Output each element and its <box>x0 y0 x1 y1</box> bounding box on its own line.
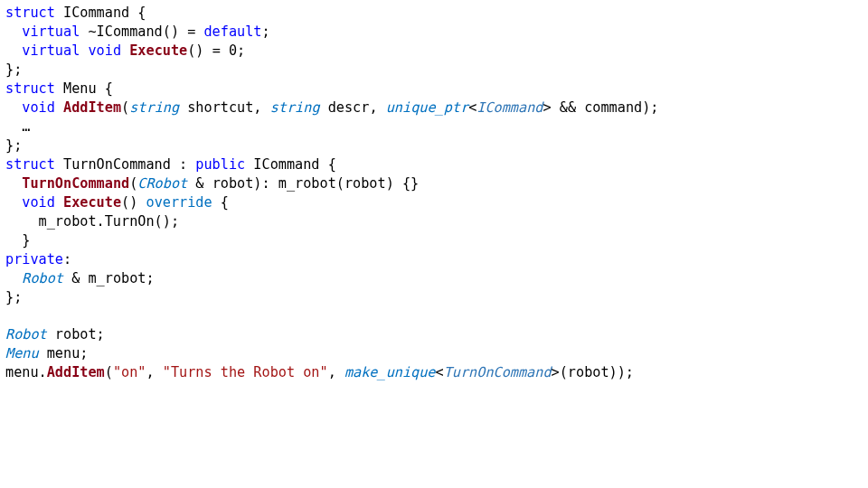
blank-line <box>5 308 14 324</box>
text: menu; <box>39 345 89 361</box>
line: Robot robot; <box>5 326 105 343</box>
fn-make-unique: make_unique <box>344 364 436 380</box>
type-robot: Robot <box>5 326 47 343</box>
line: Robot & m_robot; <box>5 270 155 286</box>
code-listing: struct ICommand { virtual ~ICommand() = … <box>0 0 868 386</box>
line: } <box>5 232 30 249</box>
text: ICommand { <box>245 156 336 173</box>
text: ( <box>129 175 137 192</box>
text: (robot)); <box>560 364 634 380</box>
text: < <box>436 364 444 380</box>
type-string: string <box>129 99 179 116</box>
line: }; <box>5 61 22 78</box>
text: > <box>552 364 560 380</box>
text: < <box>468 99 476 116</box>
keyword-virtual: virtual <box>22 23 80 40</box>
fn-additem: AddItem <box>63 99 121 116</box>
text: & robot): m_robot(robot) {} <box>187 175 419 192</box>
keyword-struct: struct <box>5 156 55 173</box>
line: virtual ~ICommand() = default; <box>5 23 270 40</box>
keyword-default: default <box>203 23 261 40</box>
line: menu.AddItem("on", "Turns the Robot on",… <box>5 364 634 380</box>
line: … <box>5 118 30 135</box>
fn-additem: AddItem <box>47 364 105 380</box>
text <box>55 99 63 116</box>
keyword-private: private <box>5 251 63 267</box>
indent <box>5 42 22 59</box>
type-crobot: CRobot <box>137 175 187 192</box>
fn-execute: Execute <box>63 194 121 211</box>
indent <box>5 270 22 286</box>
indent <box>5 23 22 40</box>
indent <box>5 99 22 116</box>
fn-execute: Execute <box>129 42 187 59</box>
keyword-void: void <box>22 99 55 116</box>
type-string: string <box>270 99 320 116</box>
indent <box>5 213 39 230</box>
template-arg: TurnOnCommand <box>444 364 552 380</box>
line: void Execute() override { <box>5 194 229 211</box>
text: ( <box>121 99 129 116</box>
text <box>121 42 129 59</box>
text: shortcut, <box>179 99 270 116</box>
keyword-public: public <box>195 156 245 173</box>
keyword-void: void <box>88 42 121 59</box>
line: m_robot.TurnOn(); <box>5 213 179 230</box>
line: Menu menu; <box>5 345 88 361</box>
keyword-struct: struct <box>5 5 55 21</box>
string: "Turns the Robot on" <box>163 364 328 380</box>
text <box>55 194 63 211</box>
text: ICommand { <box>55 5 146 21</box>
keyword-override: override <box>146 194 212 211</box>
string: "on" <box>113 364 146 380</box>
text: menu. <box>5 364 47 380</box>
text: Menu { <box>55 80 113 97</box>
template-arg: ICommand <box>476 99 542 116</box>
type-menu: Menu <box>5 345 39 361</box>
line: private: <box>5 251 71 267</box>
type-unique-ptr: unique_ptr <box>386 99 468 116</box>
text: TurnOnCommand : <box>55 156 195 173</box>
text: m_robot.TurnOn(); <box>39 213 179 230</box>
indent <box>5 194 22 211</box>
line: struct ICommand { <box>5 5 146 21</box>
keyword-void: void <box>22 194 55 211</box>
text: descr, <box>320 99 386 116</box>
text: && command); <box>552 99 659 116</box>
type-robot: Robot <box>22 270 63 286</box>
keyword-virtual: virtual <box>22 42 80 59</box>
text: ( <box>105 364 113 380</box>
text: { <box>212 194 229 211</box>
keyword-struct: struct <box>5 80 55 97</box>
line: virtual void Execute() = 0; <box>5 42 245 59</box>
fn-ctor: TurnOnCommand <box>22 175 129 192</box>
line: struct TurnOnCommand : public ICommand { <box>5 156 336 173</box>
text: ~ICommand() = <box>80 23 203 40</box>
text: & m_robot; <box>63 270 155 286</box>
line: }; <box>5 289 22 305</box>
text: : <box>63 251 71 267</box>
line: void AddItem(string shortcut, string des… <box>5 99 658 116</box>
text: ; <box>261 23 269 40</box>
text: () <box>121 194 146 211</box>
line: TurnOnCommand(CRobot & robot): m_robot(r… <box>5 175 419 192</box>
text: , <box>146 364 162 380</box>
text: () = 0; <box>187 42 245 59</box>
text: > <box>542 99 551 116</box>
text: robot; <box>47 326 105 343</box>
line: struct Menu { <box>5 80 113 97</box>
text: , <box>328 364 344 380</box>
indent <box>5 175 22 192</box>
line: }; <box>5 137 22 154</box>
